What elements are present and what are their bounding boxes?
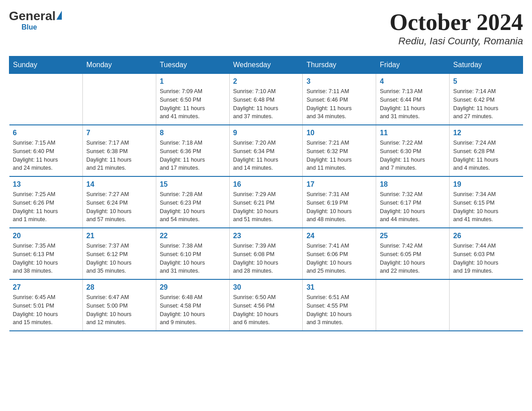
day-info: Sunrise: 7:15 AM Sunset: 6:40 PM Dayligh… <box>13 139 79 172</box>
day-number: 7 <box>86 129 152 137</box>
calendar-row: 20Sunrise: 7:35 AM Sunset: 6:13 PM Dayli… <box>9 228 523 279</box>
day-number: 28 <box>86 283 152 291</box>
table-row: 31Sunrise: 6:51 AM Sunset: 4:55 PM Dayli… <box>303 279 376 331</box>
day-number: 29 <box>160 283 226 291</box>
logo-triangle-icon <box>56 11 62 20</box>
day-number: 16 <box>233 180 299 188</box>
location-subtitle: Rediu, Iasi County, Romania <box>390 35 523 47</box>
day-number: 14 <box>86 180 152 188</box>
day-info: Sunrise: 7:31 AM Sunset: 6:19 PM Dayligh… <box>306 190 372 224</box>
col-tuesday: Tuesday <box>156 56 229 74</box>
day-number: 5 <box>453 77 519 86</box>
table-row: 18Sunrise: 7:32 AM Sunset: 6:17 PM Dayli… <box>376 176 450 228</box>
table-row: 24Sunrise: 7:41 AM Sunset: 6:06 PM Dayli… <box>303 228 376 279</box>
day-info: Sunrise: 7:13 AM Sunset: 6:44 PM Dayligh… <box>380 87 446 121</box>
calendar-table: Sunday Monday Tuesday Wednesday Thursday… <box>9 56 523 331</box>
calendar-body: 1Sunrise: 7:09 AM Sunset: 6:50 PM Daylig… <box>9 74 523 331</box>
day-info: Sunrise: 7:37 AM Sunset: 6:12 PM Dayligh… <box>86 242 152 275</box>
col-friday: Friday <box>376 56 450 74</box>
day-info: Sunrise: 7:39 AM Sunset: 6:08 PM Dayligh… <box>233 242 299 275</box>
day-number: 23 <box>233 232 299 240</box>
calendar-header: Sunday Monday Tuesday Wednesday Thursday… <box>9 56 523 74</box>
day-number: 6 <box>13 129 79 137</box>
table-row <box>9 74 83 125</box>
day-info: Sunrise: 7:11 AM Sunset: 6:46 PM Dayligh… <box>306 87 372 121</box>
table-row: 23Sunrise: 7:39 AM Sunset: 6:08 PM Dayli… <box>229 228 303 279</box>
calendar-row: 1Sunrise: 7:09 AM Sunset: 6:50 PM Daylig… <box>9 74 523 125</box>
day-info: Sunrise: 6:50 AM Sunset: 4:56 PM Dayligh… <box>233 293 299 327</box>
table-row: 16Sunrise: 7:29 AM Sunset: 6:21 PM Dayli… <box>229 176 303 228</box>
day-info: Sunrise: 6:47 AM Sunset: 5:00 PM Dayligh… <box>86 293 152 327</box>
day-info: Sunrise: 7:44 AM Sunset: 6:03 PM Dayligh… <box>453 242 519 275</box>
day-number: 2 <box>233 77 299 86</box>
day-info: Sunrise: 6:51 AM Sunset: 4:55 PM Dayligh… <box>306 293 372 327</box>
col-sunday: Sunday <box>9 56 83 74</box>
table-row: 27Sunrise: 6:45 AM Sunset: 5:01 PM Dayli… <box>9 279 83 331</box>
day-info: Sunrise: 7:29 AM Sunset: 6:21 PM Dayligh… <box>233 190 299 224</box>
day-number: 11 <box>380 129 446 137</box>
day-info: Sunrise: 7:38 AM Sunset: 6:10 PM Dayligh… <box>160 242 226 275</box>
table-row: 3Sunrise: 7:11 AM Sunset: 6:46 PM Daylig… <box>303 74 376 125</box>
logo: General Blue <box>9 9 62 31</box>
table-row: 29Sunrise: 6:48 AM Sunset: 4:58 PM Dayli… <box>156 279 229 331</box>
table-row: 12Sunrise: 7:24 AM Sunset: 6:28 PM Dayli… <box>450 125 523 176</box>
table-row: 2Sunrise: 7:10 AM Sunset: 6:48 PM Daylig… <box>229 74 303 125</box>
day-number: 10 <box>306 129 372 137</box>
day-number: 3 <box>306 77 372 86</box>
day-number: 18 <box>380 180 446 188</box>
table-row: 1Sunrise: 7:09 AM Sunset: 6:50 PM Daylig… <box>156 74 229 125</box>
table-row: 6Sunrise: 7:15 AM Sunset: 6:40 PM Daylig… <box>9 125 83 176</box>
table-row: 9Sunrise: 7:20 AM Sunset: 6:34 PM Daylig… <box>229 125 303 176</box>
day-info: Sunrise: 7:35 AM Sunset: 6:13 PM Dayligh… <box>13 242 79 275</box>
logo-general-text: General <box>9 9 56 23</box>
table-row: 14Sunrise: 7:27 AM Sunset: 6:24 PM Dayli… <box>82 176 156 228</box>
table-row <box>450 279 523 331</box>
calendar-row: 13Sunrise: 7:25 AM Sunset: 6:26 PM Dayli… <box>9 176 523 228</box>
col-thursday: Thursday <box>303 56 376 74</box>
table-row: 28Sunrise: 6:47 AM Sunset: 5:00 PM Dayli… <box>82 279 156 331</box>
table-row: 22Sunrise: 7:38 AM Sunset: 6:10 PM Dayli… <box>156 228 229 279</box>
day-number: 20 <box>13 232 79 240</box>
table-row: 17Sunrise: 7:31 AM Sunset: 6:19 PM Dayli… <box>303 176 376 228</box>
day-info: Sunrise: 7:10 AM Sunset: 6:48 PM Dayligh… <box>233 87 299 121</box>
day-info: Sunrise: 7:18 AM Sunset: 6:36 PM Dayligh… <box>160 139 226 172</box>
table-row: 19Sunrise: 7:34 AM Sunset: 6:15 PM Dayli… <box>450 176 523 228</box>
day-number: 1 <box>160 77 226 86</box>
day-number: 17 <box>306 180 372 188</box>
day-info: Sunrise: 7:41 AM Sunset: 6:06 PM Dayligh… <box>306 242 372 275</box>
page-header: General Blue October 2024 Rediu, Iasi Co… <box>9 9 523 47</box>
table-row: 11Sunrise: 7:22 AM Sunset: 6:30 PM Dayli… <box>376 125 450 176</box>
logo-blue-text: Blue <box>21 23 37 31</box>
table-row: 30Sunrise: 6:50 AM Sunset: 4:56 PM Dayli… <box>229 279 303 331</box>
day-info: Sunrise: 7:22 AM Sunset: 6:30 PM Dayligh… <box>380 139 446 172</box>
col-saturday: Saturday <box>450 56 523 74</box>
table-row: 7Sunrise: 7:17 AM Sunset: 6:38 PM Daylig… <box>82 125 156 176</box>
day-info: Sunrise: 7:20 AM Sunset: 6:34 PM Dayligh… <box>233 139 299 172</box>
day-number: 19 <box>453 180 519 188</box>
day-info: Sunrise: 6:45 AM Sunset: 5:01 PM Dayligh… <box>13 293 79 327</box>
col-monday: Monday <box>82 56 156 74</box>
day-info: Sunrise: 7:27 AM Sunset: 6:24 PM Dayligh… <box>86 190 152 224</box>
day-number: 27 <box>13 283 79 291</box>
calendar-row: 6Sunrise: 7:15 AM Sunset: 6:40 PM Daylig… <box>9 125 523 176</box>
day-number: 31 <box>306 283 372 291</box>
table-row: 25Sunrise: 7:42 AM Sunset: 6:05 PM Dayli… <box>376 228 450 279</box>
day-info: Sunrise: 7:34 AM Sunset: 6:15 PM Dayligh… <box>453 190 519 224</box>
day-number: 9 <box>233 129 299 137</box>
table-row: 15Sunrise: 7:28 AM Sunset: 6:23 PM Dayli… <box>156 176 229 228</box>
day-info: Sunrise: 6:48 AM Sunset: 4:58 PM Dayligh… <box>160 293 226 327</box>
day-number: 8 <box>160 129 226 137</box>
day-number: 22 <box>160 232 226 240</box>
table-row: 26Sunrise: 7:44 AM Sunset: 6:03 PM Dayli… <box>450 228 523 279</box>
day-number: 15 <box>160 180 226 188</box>
table-row <box>376 279 450 331</box>
table-row: 13Sunrise: 7:25 AM Sunset: 6:26 PM Dayli… <box>9 176 83 228</box>
calendar-row: 27Sunrise: 6:45 AM Sunset: 5:01 PM Dayli… <box>9 279 523 331</box>
day-info: Sunrise: 7:42 AM Sunset: 6:05 PM Dayligh… <box>380 242 446 275</box>
day-number: 12 <box>453 129 519 137</box>
month-title: October 2024 <box>390 9 523 35</box>
day-number: 30 <box>233 283 299 291</box>
title-section: October 2024 Rediu, Iasi County, Romania <box>390 9 523 47</box>
day-number: 21 <box>86 232 152 240</box>
table-row <box>82 74 156 125</box>
